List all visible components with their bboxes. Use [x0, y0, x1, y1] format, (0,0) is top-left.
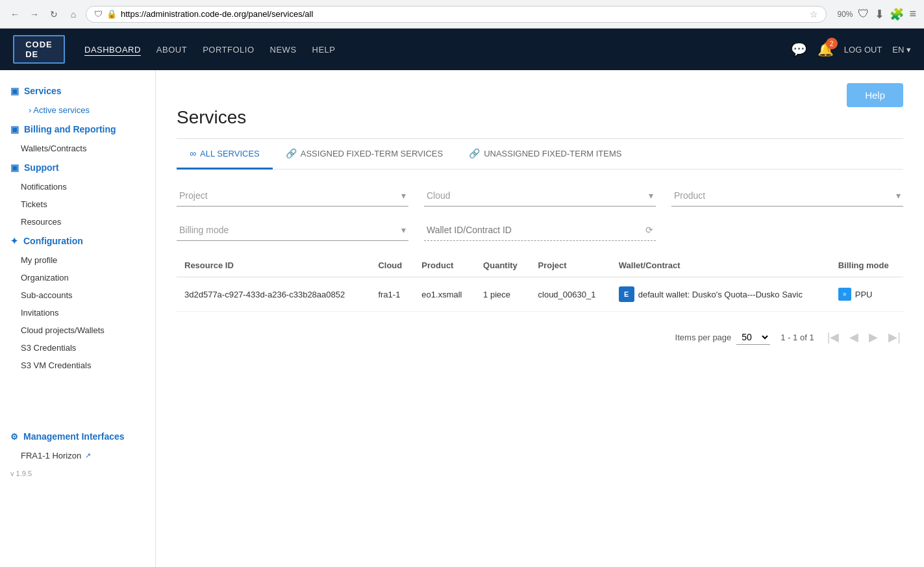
- sidebar-billing-label: Billing and Reporting: [24, 124, 116, 134]
- sidebar-section-services[interactable]: ▣ Services: [0, 81, 155, 101]
- project-filter-wrapper: Project: [177, 185, 408, 207]
- sidebar-item-s3-credentials[interactable]: S3 Credentials: [0, 339, 155, 357]
- table-header: Resource ID Cloud Product Quantity Proje…: [177, 254, 903, 277]
- col-project: Project: [531, 254, 611, 277]
- nav-portfolio[interactable]: PORTFOLIO: [203, 42, 254, 57]
- sidebar-item-active-services[interactable]: Active services: [0, 101, 155, 119]
- wallet-id-input[interactable]: [424, 220, 656, 241]
- forward-button[interactable]: →: [27, 7, 42, 21]
- navbar-right: 💬 🔔 2 LOG OUT EN ▾: [791, 42, 911, 57]
- cell-quantity: 1 piece: [475, 277, 530, 312]
- sidebar-section-configuration[interactable]: ✦ Configuration: [0, 231, 155, 251]
- shield-icon: 🛡: [94, 9, 103, 19]
- cell-cloud: fra1-1: [370, 277, 414, 312]
- reload-button[interactable]: ↻: [47, 7, 61, 21]
- all-services-tab-icon: ∞: [190, 148, 196, 158]
- sidebar-item-notifications[interactable]: Notifications: [0, 178, 155, 195]
- product-filter-group: Product: [671, 185, 903, 207]
- tab-all-services[interactable]: ∞ ALL SERVICES: [177, 139, 273, 170]
- filters-row-2: Billing mode ⟳: [177, 220, 903, 241]
- config-icon: ✦: [10, 236, 18, 246]
- browser-shield-icon[interactable]: 🛡: [858, 7, 869, 21]
- sidebar-management-label: Management Interfaces: [23, 431, 125, 442]
- wallet-icon: E: [619, 286, 634, 302]
- bookmark-icon[interactable]: ☆: [810, 9, 818, 19]
- cloud-filter[interactable]: Cloud: [424, 185, 656, 207]
- support-icon: ▣: [10, 162, 19, 173]
- sidebar-section-support[interactable]: ▣ Support: [0, 157, 155, 178]
- sidebar-item-organization[interactable]: Organization: [0, 269, 155, 286]
- help-button[interactable]: Help: [847, 83, 903, 107]
- col-resource-id: Resource ID: [177, 254, 370, 277]
- sidebar-item-wallets[interactable]: Wallets/Contracts: [0, 140, 155, 157]
- pagination-first[interactable]: |◀: [825, 327, 842, 347]
- unassigned-tab-icon: 🔗: [469, 148, 480, 158]
- nav-about[interactable]: ABOUT: [156, 42, 187, 57]
- logo-text: CODEDE: [25, 40, 53, 59]
- logo: CODEDE: [13, 35, 65, 64]
- filters-row-1: Project Cloud Product: [177, 185, 903, 207]
- billing-mode-filter-wrapper: Billing mode: [177, 220, 408, 241]
- pagination-next[interactable]: ▶: [866, 327, 880, 347]
- col-cloud: Cloud: [370, 254, 414, 277]
- lock-icon: 🔒: [106, 9, 117, 19]
- tab-unassigned-fixed-term[interactable]: 🔗 UNASSIGNED FIXED-TERM ITEMS: [456, 139, 634, 170]
- logo-box: CODEDE: [13, 35, 65, 64]
- browser-menu-icon[interactable]: ≡: [909, 7, 916, 21]
- sidebar-section-management[interactable]: ⚙ Management Interfaces: [0, 426, 155, 447]
- project-filter-group: Project: [177, 185, 408, 207]
- services-icon: ▣: [10, 86, 19, 96]
- logout-button[interactable]: LOG OUT: [844, 45, 882, 55]
- sidebar-item-fra1-horizon[interactable]: FRA1-1 Horizon ↗: [0, 447, 155, 464]
- layout: ▣ Services Active services ▣ Billing and…: [0, 70, 924, 567]
- sidebar-support-label: Support: [24, 162, 59, 173]
- language-selector[interactable]: EN ▾: [892, 45, 911, 55]
- back-button[interactable]: ←: [8, 7, 22, 21]
- sidebar-section-billing[interactable]: ▣ Billing and Reporting: [0, 119, 155, 140]
- nav-dashboard[interactable]: DASHBOARD: [84, 42, 141, 57]
- services-table: Resource ID Cloud Product Quantity Proje…: [177, 254, 903, 312]
- sidebar-item-sub-accounts[interactable]: Sub-accounts: [0, 286, 155, 304]
- items-per-page-label: Items per page: [675, 333, 732, 342]
- browser-actions: 🛡 ⬇ 🧩 ≡: [858, 7, 916, 21]
- project-filter[interactable]: Project: [177, 185, 408, 207]
- sidebar-item-s3-vm-credentials[interactable]: S3 VM Credentials: [0, 357, 155, 374]
- pagination: Items per page 50 10 25 100 1 - 1 of 1 |…: [177, 322, 903, 352]
- product-filter[interactable]: Product: [671, 185, 903, 207]
- zoom-level: 90%: [837, 10, 853, 19]
- home-button[interactable]: ⌂: [66, 7, 81, 21]
- items-per-page-select[interactable]: 50 10 25 100: [736, 330, 770, 345]
- ppu-cell: ≡ PPU: [838, 288, 895, 301]
- nav-help[interactable]: HELP: [312, 42, 336, 57]
- sidebar-item-my-profile[interactable]: My profile: [0, 251, 155, 269]
- main-content: Help Services ∞ ALL SERVICES 🔗 ASSIGNED …: [156, 70, 924, 567]
- pagination-range: 1 - 1 of 1: [780, 333, 814, 342]
- billing-mode-filter-group: Billing mode: [177, 220, 408, 241]
- tabs: ∞ ALL SERVICES 🔗 ASSIGNED FIXED-TERM SER…: [177, 139, 903, 170]
- billing-mode-filter[interactable]: Billing mode: [177, 220, 408, 241]
- page-title: Services: [177, 107, 903, 128]
- sidebar-item-cloud-projects[interactable]: Cloud projects/Wallets: [0, 321, 155, 339]
- all-services-tab-label: ALL SERVICES: [200, 149, 260, 158]
- browser-ext-icon[interactable]: 🧩: [890, 7, 904, 21]
- sidebar-item-tickets[interactable]: Tickets: [0, 195, 155, 213]
- external-link-icon: ↗: [85, 451, 91, 460]
- nav-news[interactable]: NEWS: [270, 42, 297, 57]
- url-bar[interactable]: 🛡 🔒 https://administration.code-de.org/p…: [86, 6, 827, 23]
- browser-chrome: ← → ↻ ⌂ 🛡 🔒 https://administration.code-…: [0, 0, 924, 29]
- assigned-tab-icon: 🔗: [286, 148, 297, 158]
- tab-assigned-fixed-term[interactable]: 🔗 ASSIGNED FIXED-TERM SERVICES: [273, 139, 456, 170]
- navbar: CODEDE DASHBOARD ABOUT PORTFOLIO NEWS HE…: [0, 29, 924, 70]
- chat-icon[interactable]: 💬: [791, 42, 807, 57]
- cloud-filter-wrapper: Cloud: [424, 185, 656, 207]
- cell-resource-id: 3d2d577a-c927-433d-a236-c33b28aa0852: [177, 277, 370, 312]
- sidebar-item-invitations[interactable]: Invitations: [0, 304, 155, 321]
- pagination-prev[interactable]: ◀: [847, 327, 861, 347]
- billing-icon: ▣: [10, 124, 19, 134]
- browser-download-icon[interactable]: ⬇: [875, 7, 884, 21]
- cloud-filter-group: Cloud: [424, 185, 656, 207]
- notification-bell[interactable]: 🔔 2: [818, 42, 834, 57]
- pagination-last[interactable]: ▶|: [886, 327, 903, 347]
- sidebar-item-resources[interactable]: Resources: [0, 213, 155, 231]
- cell-project: cloud_00630_1: [531, 277, 611, 312]
